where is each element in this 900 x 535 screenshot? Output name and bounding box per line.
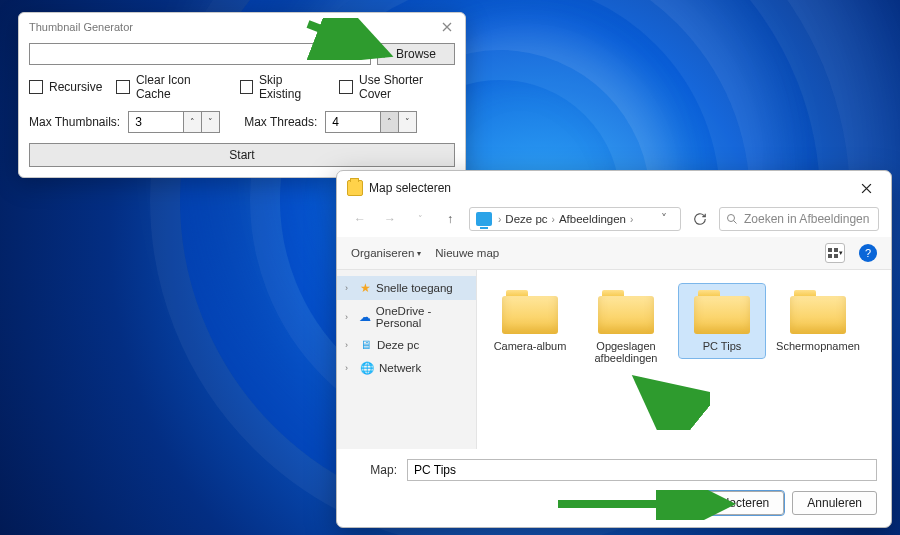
thumbnail-generator-window: Thumbnail Generator Browse Recursive Cle… [18, 12, 466, 178]
max-threads-input[interactable] [326, 112, 380, 132]
folder-item[interactable]: Schermopnamen [775, 284, 861, 358]
clear-cache-checkbox[interactable]: Clear Icon Cache [116, 73, 225, 101]
globe-icon: 🌐 [360, 361, 374, 375]
max-threads-stepper[interactable]: ˄ ˅ [325, 111, 417, 133]
clear-cache-label: Clear Icon Cache [136, 73, 226, 101]
close-icon[interactable] [439, 19, 455, 35]
dlg-title: Map selecteren [369, 181, 851, 195]
folder-item[interactable]: Opgeslagen afbeeldingen [583, 284, 669, 370]
nav-up-icon[interactable]: ↑ [439, 208, 461, 230]
svg-rect-3 [828, 254, 832, 258]
folder-label: Schermopnamen [776, 340, 860, 352]
search-input[interactable]: Zoeken in Afbeeldingen [719, 207, 879, 231]
nav-back-icon[interactable]: ← [349, 208, 371, 230]
refresh-icon[interactable] [689, 208, 711, 230]
folder-icon [598, 290, 654, 334]
tree-item-globe[interactable]: ›🌐Netwerk [337, 356, 476, 380]
folder-icon [347, 180, 363, 196]
file-list: Camera-albumOpgeslagen afbeeldingenPC Ti… [477, 270, 891, 449]
search-icon [726, 213, 738, 225]
tree-item-star[interactable]: ›★Snelle toegang [337, 276, 476, 300]
tg-title: Thumbnail Generator [29, 21, 439, 33]
max-threads-up[interactable]: ˄ [380, 112, 398, 132]
max-thumbs-up[interactable]: ˄ [183, 112, 201, 132]
max-thumbs-stepper[interactable]: ˄ ˅ [128, 111, 220, 133]
folder-icon [694, 290, 750, 334]
pc-icon [476, 212, 492, 226]
select-folder-button[interactable]: Map selecteren [672, 491, 784, 515]
folder-select-dialog: Map selecteren ← → ˅ ↑ › Deze pc › Afbee… [336, 170, 892, 528]
max-threads-label: Max Threads: [244, 115, 317, 129]
recursive-label: Recursive [49, 80, 102, 94]
folder-field-input[interactable] [407, 459, 877, 481]
cloud-icon: ☁ [359, 310, 371, 324]
nav-forward-icon[interactable]: → [379, 208, 401, 230]
pc-icon: 🖥 [360, 339, 372, 351]
tg-titlebar: Thumbnail Generator [19, 13, 465, 39]
max-threads-down[interactable]: ˅ [398, 112, 416, 132]
tree-item-pc[interactable]: ›🖥Deze pc [337, 334, 476, 356]
recursive-checkbox[interactable]: Recursive [29, 80, 102, 94]
organize-menu[interactable]: Organiseren▾ [351, 247, 421, 259]
crumb-root[interactable]: Deze pc [505, 213, 547, 225]
skip-existing-label: Skip Existing [259, 73, 325, 101]
folder-icon [790, 290, 846, 334]
folder-icon [502, 290, 558, 334]
folder-label: PC Tips [703, 340, 742, 352]
svg-point-0 [728, 215, 735, 222]
shorter-cover-checkbox[interactable]: Use Shorter Cover [339, 73, 455, 101]
folder-item[interactable]: PC Tips [679, 284, 765, 358]
svg-rect-4 [834, 254, 838, 258]
start-button[interactable]: Start [29, 143, 455, 167]
search-placeholder: Zoeken in Afbeeldingen [744, 212, 869, 226]
cancel-button[interactable]: Annuleren [792, 491, 877, 515]
skip-existing-checkbox[interactable]: Skip Existing [240, 73, 326, 101]
max-thumbs-down[interactable]: ˅ [201, 112, 219, 132]
max-thumbs-input[interactable] [129, 112, 183, 132]
chevron-down-icon[interactable]: ˅ [654, 212, 674, 226]
view-button[interactable]: ▾ [825, 243, 845, 263]
path-input[interactable] [29, 43, 371, 65]
nav-tree: ›★Snelle toegang›☁OneDrive - Personal›🖥D… [337, 270, 477, 449]
tree-item-label: Deze pc [377, 339, 419, 351]
svg-rect-1 [828, 248, 832, 252]
breadcrumb[interactable]: › Deze pc › Afbeeldingen › ˅ [469, 207, 681, 231]
folder-field-label: Map: [351, 463, 397, 477]
tree-item-label: OneDrive - Personal [376, 305, 468, 329]
folder-label: Camera-album [494, 340, 567, 352]
max-thumbs-label: Max Thumbnails: [29, 115, 120, 129]
folder-item[interactable]: Camera-album [487, 284, 573, 358]
crumb-folder[interactable]: Afbeeldingen [559, 213, 626, 225]
tree-item-cloud[interactable]: ›☁OneDrive - Personal [337, 300, 476, 334]
help-icon[interactable]: ? [859, 244, 877, 262]
close-icon[interactable] [851, 177, 881, 199]
folder-label: Opgeslagen afbeeldingen [585, 340, 667, 364]
dlg-titlebar: Map selecteren [337, 171, 891, 205]
nav-recent-icon[interactable]: ˅ [409, 208, 431, 230]
browse-button[interactable]: Browse [377, 43, 455, 65]
new-folder-button[interactable]: Nieuwe map [435, 247, 499, 259]
svg-rect-2 [834, 248, 838, 252]
tree-item-label: Snelle toegang [376, 282, 453, 294]
tree-item-label: Netwerk [379, 362, 421, 374]
shorter-cover-label: Use Shorter Cover [359, 73, 455, 101]
star-icon: ★ [360, 281, 371, 295]
